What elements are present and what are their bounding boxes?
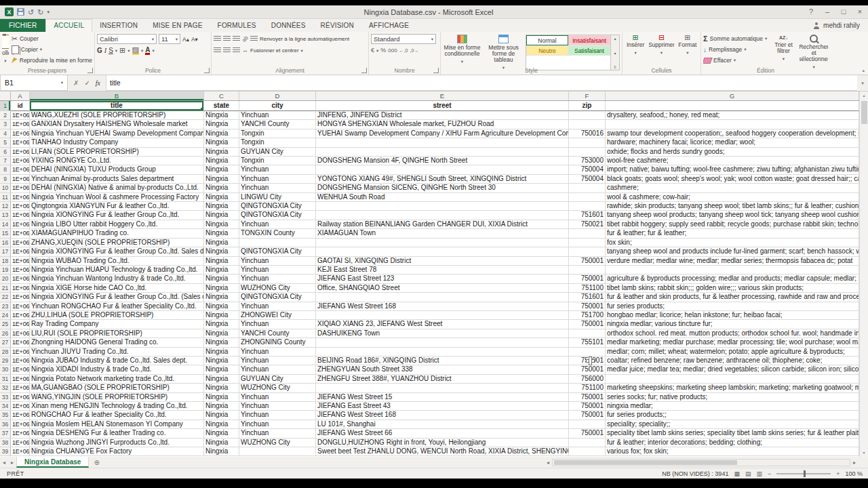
cell-C15[interactable]: Ningxia (204, 229, 239, 238)
vscroll-up-arrow[interactable]: ▴ (863, 92, 865, 100)
clear-button[interactable]: Effacer ▾ (703, 55, 768, 66)
row-header-2[interactable]: 2 (0, 111, 11, 120)
cell-F17[interactable] (569, 247, 606, 256)
cell-G14[interactable]: tibet rabbit hoggery; supply seed rabbit… (606, 220, 859, 229)
cell-B23[interactable]: Yinchuan RONGCHAO Fur & leather Speciali… (30, 302, 204, 311)
cell-C6[interactable]: Ningxia (204, 148, 239, 157)
cell-B28[interactable]: Yinchuan JIUYU Trading Co.,ltd. (30, 348, 204, 357)
cell-F28[interactable] (569, 348, 606, 357)
cell-A19[interactable]: 1E+06 (11, 266, 30, 274)
cell-A24[interactable]: 1E+06 (11, 311, 30, 320)
cell-G21[interactable]: tibet lamb skins; rabbit skin;;; golden … (606, 284, 859, 293)
cell-B35[interactable]: RONGCHAO Fur & leather Speciality Co.,lt… (30, 411, 204, 420)
cell-C12[interactable]: Ningxia (204, 202, 239, 211)
cell-C25[interactable]: Ningxia (204, 320, 239, 329)
cell-G35[interactable]: fur series products;; (606, 411, 859, 420)
undo-button[interactable]: ↺ (28, 8, 34, 16)
cell-G2[interactable]: drysaltery, seafood,; honey, red meat; (606, 111, 859, 120)
cell-A31[interactable]: 1E+06 (11, 375, 30, 384)
cell-C29[interactable]: Ningxia (204, 357, 239, 365)
cell-E28[interactable] (316, 348, 569, 357)
cell-E39[interactable]: Sweet beet Test ZHANLU DONG, WENCUI Nort… (316, 447, 569, 456)
cell-A17[interactable]: 1E+06 (11, 247, 30, 256)
row-header-23[interactable]: 23 (0, 302, 11, 311)
tab-donnees[interactable]: DONNÉES (264, 19, 313, 32)
cell-F38[interactable] (569, 439, 606, 447)
cell-B14[interactable]: Ningxia LIBO Utter rabbit Hoggery Co.,lt… (30, 220, 204, 229)
cell-D20[interactable]: Yinchuan (239, 274, 316, 283)
cell-F25[interactable]: 750001 (569, 320, 606, 329)
cell-G22[interactable]: fur & leather and skin products, fur & l… (606, 293, 859, 302)
cell-B26[interactable]: LIU,RUI (SOLE PROPRIETORSHIP) (30, 329, 204, 338)
cell-F10[interactable] (569, 184, 606, 192)
cell-B13[interactable]: Ningxia XIONGYING Fur & leather Group Co… (30, 211, 204, 220)
cell-F29[interactable]: 750001 (569, 357, 606, 365)
cell-D11[interactable]: LINGWU City (239, 193, 316, 202)
cell-B8[interactable]: DEHAI (NINGXIA) TUXU Products Group (30, 165, 204, 174)
cell-E10[interactable]: DONGSHENG Mansion SICENG, QINGHE North S… (316, 184, 569, 192)
cell-G23[interactable]: fur series products; (606, 302, 859, 311)
row-header-6[interactable]: 6 (0, 148, 11, 157)
cell-F22[interactable]: 751601 (569, 293, 606, 302)
tab-mise-en-page[interactable]: MISE EN PAGE (145, 19, 210, 32)
cell-B5[interactable]: TIANHAO Industry Company (30, 138, 204, 147)
row-header-4[interactable]: 4 (0, 129, 11, 138)
row-header-38[interactable]: 38 (0, 439, 11, 447)
underline-button[interactable]: S (108, 47, 113, 54)
cell-F39[interactable] (569, 447, 606, 456)
cell-E27[interactable] (316, 338, 569, 347)
cell-D30[interactable]: Yinchuan (239, 365, 316, 374)
cell-C34[interactable]: Ningxia (204, 402, 239, 411)
find-select-button[interactable]: Rechercher et sélectionner ▾ (800, 33, 828, 70)
autosum-button[interactable]: Σ Somme automatique ▾ (703, 33, 768, 44)
row-header-30[interactable]: 30 (0, 365, 11, 374)
row-header-26[interactable]: 26 (0, 329, 11, 338)
cell-D9[interactable]: Yinchuan (239, 175, 316, 184)
fill-button[interactable]: ↓ Remplissage ▾ (703, 44, 768, 55)
shrink-font-button[interactable]: A▾ (191, 34, 198, 45)
cell-A15[interactable]: 1E+06 (11, 229, 30, 238)
cell-C36[interactable]: Ningxia (204, 420, 239, 429)
row-header-14[interactable]: 14 (0, 220, 11, 229)
cell-E2[interactable]: JINFENG, JINFENG District (316, 111, 569, 120)
cell-D1[interactable]: city (239, 101, 316, 111)
row-header-19[interactable]: 19 (0, 266, 11, 274)
cell-A12[interactable]: 1E+06 (11, 202, 30, 211)
cell-A29[interactable]: 1E+06 (11, 357, 30, 365)
cell-B4[interactable]: Ningxia Yinchuan YUEHAI Swamp Developmen… (30, 129, 204, 138)
cell-E3[interactable]: HONGYA SHENGXIAN Wholesale market, FUZHO… (316, 120, 569, 129)
column-header-F[interactable]: F (569, 92, 606, 100)
cell-B32[interactable]: MA,GUANGBAO (SOLE PROPRIETORSHIP) (30, 384, 204, 392)
row-header-16[interactable]: 16 (0, 239, 11, 247)
cell-G26[interactable]: orthodox school. red meat. mutton produc… (606, 329, 859, 338)
cell-F11[interactable] (569, 193, 606, 202)
cell-F14[interactable]: 750021 (569, 220, 606, 229)
row-header-28[interactable]: 28 (0, 348, 11, 357)
align-bottom-button[interactable] (233, 36, 240, 42)
cell-B11[interactable]: Ningxia Yinchuan Wool & cashmere Process… (30, 193, 204, 202)
number-format-select[interactable]: Standard▾ (371, 34, 436, 44)
column-header-G[interactable]: G (606, 92, 859, 100)
cell-D23[interactable]: Yinchuan (239, 302, 316, 311)
cell-G34[interactable]: ningxia medlar; (606, 402, 859, 411)
cell-A38[interactable]: 1E+06 (11, 439, 30, 447)
cell-C1[interactable]: state (204, 101, 239, 111)
cell-F4[interactable]: 750016 (569, 129, 606, 138)
cell-B25[interactable]: Ray Trading Company (30, 320, 204, 329)
cell-E29[interactable]: BEIJING Road 186#, XINGQING District (316, 357, 569, 365)
cell-G6[interactable]: oxhide; flocks and herds sundry goods; (606, 148, 859, 157)
name-box[interactable]: B1 ▾ (0, 75, 68, 91)
cell-G17[interactable]: tanyang sheep wool and products include … (606, 247, 859, 256)
cell-B39[interactable]: Ningxia CHUANGYE Fox Factory (30, 447, 204, 456)
new-sheet-button[interactable]: ⊕ (89, 459, 104, 466)
cell-D13[interactable]: QINGTONGXIA City (239, 211, 316, 220)
cell-F21[interactable]: 751100 (569, 284, 606, 293)
cell-G10[interactable]: cashmere; (606, 184, 859, 192)
italic-button[interactable]: I (104, 47, 106, 54)
user-account[interactable]: mehdi rahily (805, 19, 868, 32)
sort-filter-button[interactable]: AZ↓ Trier et filtrer ▾ (770, 33, 797, 70)
gallery-up-button[interactable]: ▴ (614, 36, 616, 41)
conditional-formatting-button[interactable]: Mise en forme conditionnelle ▾ (443, 33, 481, 70)
zoom-in-button[interactable]: + (836, 470, 840, 477)
cell-E20[interactable]: JIEFANG East Street 123 (316, 274, 569, 283)
